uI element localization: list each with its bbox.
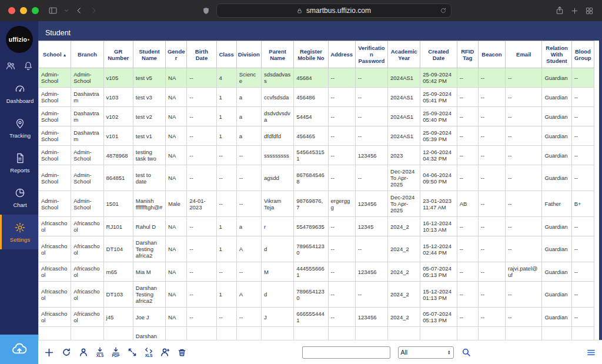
cell: -- bbox=[506, 146, 542, 165]
export-pdf-button[interactable]: PDF bbox=[112, 347, 120, 358]
column-header[interactable]: Student Name bbox=[133, 41, 165, 68]
back-icon[interactable] bbox=[75, 6, 83, 15]
column-header[interactable]: Relation With Student bbox=[542, 41, 571, 68]
sidebar-item-settings[interactable]: Settings bbox=[0, 215, 38, 249]
cell: Manish ffffffftgh@# bbox=[133, 191, 165, 217]
cell: ergerggg bbox=[328, 191, 355, 217]
add-guardian-button[interactable] bbox=[160, 348, 170, 357]
cell: a bbox=[236, 126, 261, 146]
table-row[interactable]: Admin-SchoolAdmin-School864851test to da… bbox=[39, 165, 594, 191]
chevron-down-icon[interactable] bbox=[63, 8, 69, 14]
cell: Admin-School bbox=[39, 146, 71, 165]
sidebar-top-icons bbox=[5, 61, 34, 71]
delete-button[interactable] bbox=[178, 348, 186, 357]
cell: -- bbox=[328, 107, 355, 126]
browser-chrome: smartbus.uffizio.com bbox=[0, 0, 602, 21]
cell bbox=[236, 327, 261, 340]
cell: -- bbox=[478, 107, 505, 126]
table-row[interactable]: Admin-SchoolAdmin-School1501Manish fffff… bbox=[39, 191, 594, 217]
import-students-button[interactable] bbox=[79, 348, 88, 357]
cell: Africaschool bbox=[39, 217, 71, 236]
cell: -- bbox=[457, 236, 478, 262]
column-header[interactable]: School ▲ bbox=[39, 41, 71, 68]
table-row[interactable]: AfricaschoolAfricaschoolj45Joe JNA------… bbox=[39, 308, 594, 327]
column-header[interactable]: Division bbox=[236, 41, 261, 68]
table-row[interactable]: Admin-SchoolAdmin-School4878968testing t… bbox=[39, 146, 594, 165]
import-xls-button[interactable]: XLS bbox=[145, 347, 153, 358]
sidebar-toggle-icon[interactable] bbox=[48, 6, 58, 15]
cell: Admin-School bbox=[39, 88, 71, 107]
add-button[interactable] bbox=[44, 348, 54, 358]
table-row[interactable]: AfricaschoolAfricaschoolDT103Darshan Tes… bbox=[39, 282, 594, 308]
cell: 16-12-2024 10:13 AM bbox=[420, 217, 457, 236]
cell: Rahul D bbox=[133, 217, 165, 236]
new-tab-icon[interactable] bbox=[570, 6, 579, 15]
cell: 54454 bbox=[294, 107, 328, 126]
reload-icon[interactable] bbox=[440, 7, 447, 14]
share-icon[interactable] bbox=[555, 6, 564, 15]
forward-icon[interactable] bbox=[89, 6, 98, 15]
minimize-window-button[interactable] bbox=[20, 7, 27, 14]
cell: -- bbox=[478, 236, 505, 262]
cell: NA bbox=[166, 262, 187, 282]
column-header[interactable]: Address bbox=[328, 41, 355, 68]
search-button[interactable] bbox=[461, 348, 471, 357]
column-header[interactable]: Blood Group bbox=[571, 41, 594, 68]
table-row[interactable]: Admin-SchoolDashavtramv102test v2NA--1ad… bbox=[39, 107, 594, 126]
cell: NA bbox=[166, 146, 187, 165]
url-bar[interactable]: smartbus.uffizio.com bbox=[216, 4, 452, 18]
zoom-window-button[interactable] bbox=[32, 7, 39, 14]
cell: -- bbox=[216, 308, 236, 327]
logo-dot bbox=[28, 39, 29, 41]
cell: Admin-School bbox=[39, 68, 71, 88]
transfer-button[interactable] bbox=[128, 348, 137, 357]
column-header[interactable]: RFID Tag bbox=[457, 41, 478, 68]
plus-icon bbox=[44, 348, 54, 358]
table-row[interactable]: Admin-SchoolDashavtramv103test v3NA--1ac… bbox=[39, 88, 594, 107]
close-window-button[interactable] bbox=[8, 7, 15, 14]
cloud-upload-button[interactable] bbox=[0, 335, 38, 364]
column-header[interactable]: Birth Date bbox=[187, 41, 216, 68]
sidebar-item-chart[interactable]: Chart bbox=[0, 180, 38, 215]
column-header[interactable]: Beacon bbox=[478, 41, 505, 68]
column-header[interactable]: Branch bbox=[71, 41, 103, 68]
table-row[interactable]: Admin-SchoolAdmin-Schoolv105test v5NA--4… bbox=[39, 68, 594, 88]
table-row[interactable]: AfricaschoolAfricaschoolDT104Darshan Tes… bbox=[39, 236, 594, 262]
cell bbox=[355, 327, 387, 340]
column-header[interactable]: Created Date bbox=[420, 41, 457, 68]
cell: -- bbox=[457, 282, 478, 308]
sidebar-item-tracking[interactable]: Tracking bbox=[0, 111, 38, 145]
menu-button[interactable] bbox=[586, 348, 596, 357]
cell: -- bbox=[457, 308, 478, 327]
cell: -- bbox=[457, 68, 478, 88]
table-row[interactable]: Admin-SchoolDashavtramv101test v1NA--1ad… bbox=[39, 126, 594, 146]
users-icon[interactable] bbox=[5, 61, 16, 71]
table-row[interactable]: Darshan bbox=[39, 327, 594, 340]
table-row[interactable]: AfricaschoolAfricaschoolm65Mia MNA------… bbox=[39, 262, 594, 282]
cell: -- bbox=[478, 191, 505, 217]
app-logo[interactable]: uffizio bbox=[6, 26, 33, 53]
sidebar-item-dashboard[interactable]: Dashboard bbox=[0, 76, 38, 111]
column-header[interactable]: Academic Year bbox=[388, 41, 420, 68]
column-header[interactable]: Email bbox=[506, 41, 542, 68]
column-header[interactable]: GR Number bbox=[103, 41, 133, 68]
notifications-bell-icon[interactable] bbox=[23, 61, 34, 71]
column-header[interactable]: Verification Password bbox=[355, 41, 387, 68]
refresh-button[interactable] bbox=[62, 348, 71, 357]
column-header[interactable]: Register Mobile No bbox=[294, 41, 328, 68]
cell: -- bbox=[236, 165, 261, 191]
table-row[interactable]: AfricaschoolAfricaschoolRJ101Rahul DNA--… bbox=[39, 217, 594, 236]
shield-icon[interactable] bbox=[202, 6, 210, 15]
column-header[interactable]: Gender bbox=[166, 41, 187, 68]
cell: -- bbox=[506, 236, 542, 262]
export-xls-button[interactable]: XLS bbox=[96, 347, 104, 358]
cell: 1501 bbox=[103, 191, 133, 217]
sidebar-item-reports[interactable]: Reports bbox=[0, 145, 38, 180]
search-input[interactable] bbox=[302, 346, 390, 359]
column-header[interactable]: Class bbox=[216, 41, 236, 68]
filter-select[interactable]: All ▲▼ bbox=[398, 346, 454, 359]
cell: -- bbox=[478, 217, 505, 236]
tab-overview-icon[interactable] bbox=[585, 6, 594, 15]
cell: -- bbox=[187, 126, 216, 146]
column-header[interactable]: Parent Name bbox=[261, 41, 293, 68]
